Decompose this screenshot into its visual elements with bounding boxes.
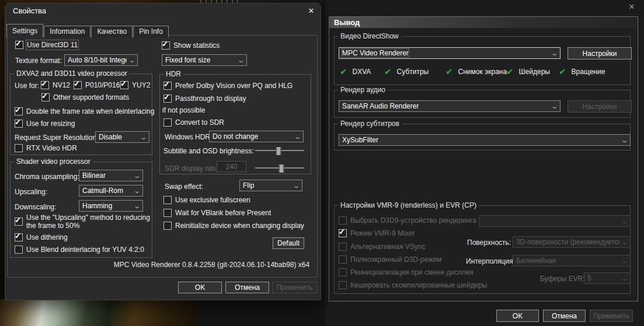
tab-strip: Settings Information Качество Pin Info bbox=[6, 24, 169, 37]
group-vmr9-evr-label: Настройки VMR-9 (renderless) и EVR (CP) bbox=[338, 201, 479, 209]
chevron-down-icon: ⌄ bbox=[621, 239, 628, 245]
video-renderer-select[interactable]: MPC Video Renderer ⌄ bbox=[339, 47, 561, 59]
checkbox-fullscreen-d3d: Полноэкранный D3D-режим bbox=[339, 255, 441, 264]
close-icon[interactable]: ✕ bbox=[624, 0, 640, 13]
group-audio-renderer-label: Рендер аудио bbox=[338, 86, 388, 94]
checkbox-label: Альтернативная VSync bbox=[350, 243, 425, 251]
capability-label: Вращение bbox=[572, 68, 605, 76]
green-check-icon: ✔ bbox=[340, 68, 347, 76]
tab-quality[interactable]: Качество bbox=[91, 26, 133, 37]
capability-label: Шейдеры bbox=[519, 68, 550, 76]
audio-renderer-settings-button: Настройки bbox=[568, 100, 632, 113]
interpolation-label: Интерполяция: bbox=[466, 257, 515, 265]
chevron-down-icon: ⌄ bbox=[551, 50, 558, 56]
checkbox-label: Полноэкранный D3D-режим bbox=[350, 255, 441, 264]
chevron-down-icon: ⌄ bbox=[621, 218, 628, 224]
group-video-directshow: Видео DirectShow bbox=[334, 36, 631, 85]
audio-renderer-select[interactable]: SaneAR Audio Renderer ⌄ bbox=[339, 100, 561, 112]
surface-label: Поверхность: bbox=[467, 239, 511, 247]
subtitle-renderer-select[interactable]: XySubFilter ⌄ bbox=[339, 134, 631, 146]
green-check-icon: ✔ bbox=[445, 68, 453, 76]
chevron-down-icon: ⌄ bbox=[621, 275, 628, 281]
group-video-directshow-label: Видео DirectShow bbox=[338, 32, 401, 40]
checkbox-icon bbox=[339, 255, 347, 264]
green-check-icon: ✔ bbox=[506, 68, 514, 76]
video-renderer-settings-button[interactable]: Настройки bbox=[568, 47, 632, 59]
screen: ✕ Вывод Видео DirectShow MPC Video Rende… bbox=[0, 0, 644, 326]
checkbox-icon bbox=[339, 281, 347, 289]
background-video-edge bbox=[0, 0, 5, 299]
checkbox-reinit-on-display-change: Реинициализация при смене дисплея bbox=[339, 268, 474, 276]
surface-select: 3D-поверхности (рекомендуется ⌄ bbox=[513, 236, 631, 248]
tab-pin-info[interactable]: Pin Info bbox=[133, 26, 169, 37]
checkbox-vmr9-mixer: Режим VMR-9 Mixer bbox=[339, 229, 415, 237]
selected-value: 5 bbox=[587, 274, 591, 282]
interpolation-select: Билинейная ⌄ bbox=[513, 255, 631, 267]
capability-label: Снимок экрана bbox=[458, 68, 507, 76]
tab-information[interactable]: Information bbox=[44, 26, 90, 37]
checkbox-cache-shaders: Кешировать скомпилированные шейдеры bbox=[339, 281, 487, 289]
chevron-down-icon: ⌄ bbox=[621, 137, 628, 143]
ok-button[interactable]: OK bbox=[496, 310, 539, 322]
output-panel-title: Вывод bbox=[334, 18, 360, 27]
chevron-down-icon: ⌄ bbox=[551, 103, 558, 109]
background-video-frame bbox=[0, 299, 197, 326]
apply-button: Применить bbox=[590, 310, 633, 322]
chevron-down-icon: ⌄ bbox=[621, 258, 628, 264]
tab-settings[interactable]: Settings bbox=[6, 24, 43, 37]
evr-buffers-label: Буферы EVR: bbox=[540, 275, 585, 283]
selected-value: 3D-поверхности (рекомендуется bbox=[516, 238, 619, 246]
dialog-title: Свойства bbox=[13, 6, 46, 15]
group-subtitle-renderer-label: Рендер субтитров bbox=[338, 120, 402, 128]
checkbox-label: Выбрать D3D9-устройство рендеринга bbox=[350, 216, 476, 225]
green-check-icon: ✔ bbox=[559, 68, 566, 76]
checkbox-icon bbox=[339, 268, 347, 276]
green-check-icon: ✔ bbox=[384, 68, 392, 76]
output-panel-header bbox=[329, 17, 638, 28]
capability-dxva: ✔ DXVA bbox=[340, 68, 371, 76]
close-icon[interactable]: ✕ bbox=[304, 3, 319, 17]
selected-value: SaneAR Audio Renderer bbox=[342, 102, 419, 110]
capability-rotation: ✔ Вращение bbox=[559, 68, 605, 76]
checkbox-icon bbox=[339, 243, 347, 251]
cancel-button[interactable]: Отмена bbox=[543, 310, 586, 322]
capability-label: DXVA bbox=[353, 68, 371, 76]
checkbox-d3d9-device: Выбрать D3D9-устройство рендеринга bbox=[339, 216, 476, 225]
checkbox-label: Кешировать скомпилированные шейдеры bbox=[350, 281, 487, 289]
selected-value: MPC Video Renderer bbox=[342, 49, 409, 57]
checkbox-label: Режим VMR-9 Mixer bbox=[350, 229, 415, 237]
d3d9-device-select: ⌄ bbox=[479, 215, 631, 227]
evr-buffers-select: 5 ⌄ bbox=[584, 272, 631, 284]
ok-button[interactable]: OK bbox=[178, 282, 222, 293]
capability-shaders: ✔ Шейдеры bbox=[506, 68, 550, 76]
checkbox-icon bbox=[339, 216, 347, 225]
capability-label: Субтитры bbox=[397, 68, 429, 76]
tab-page-frame bbox=[7, 35, 318, 278]
cancel-button[interactable]: Отмена bbox=[225, 282, 269, 293]
checkbox-icon bbox=[339, 229, 347, 237]
checkbox-alternative-vsync: Альтернативная VSync bbox=[339, 243, 425, 251]
apply-button: Применить bbox=[272, 282, 317, 293]
capability-screenshot: ✔ Снимок экрана bbox=[445, 68, 507, 76]
checkbox-label: Реинициализация при смене дисплея bbox=[350, 268, 474, 276]
capability-subtitles: ✔ Субтитры bbox=[384, 68, 429, 76]
selected-value: XySubFilter bbox=[342, 136, 378, 144]
selected-value: Билинейная bbox=[516, 257, 556, 265]
